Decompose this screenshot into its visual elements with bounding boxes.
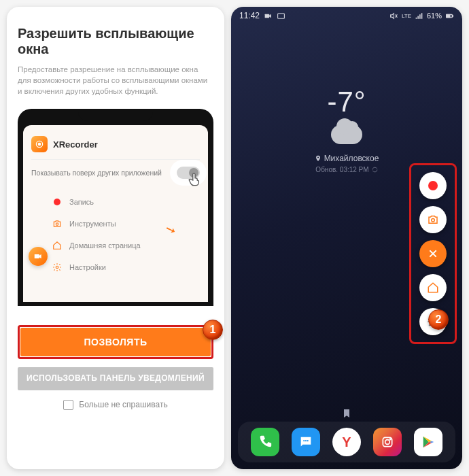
illustration-menu: ➘ Запись Инструменты Домашняя страница <box>31 191 200 278</box>
dialog-description: Предоставьте разрешение на всплывающие о… <box>18 64 213 97</box>
illustration-device: XRecorder Показывать поверх других прило… <box>18 109 213 306</box>
menu-item-home: Домашняя страница <box>31 235 200 256</box>
dont-ask-row[interactable]: Больше не спрашивать <box>18 400 213 410</box>
menu-label-record: Запись <box>69 198 94 206</box>
overlay-permission-label: Показывать поверх других приложений <box>31 169 162 177</box>
record-dot-icon <box>428 181 438 190</box>
pointing-hand-icon <box>186 171 204 188</box>
dock-instagram-app[interactable] <box>373 428 402 456</box>
xrecorder-app-icon <box>31 136 48 152</box>
battery-icon <box>445 12 454 20</box>
cast-indicator-icon <box>277 12 285 20</box>
location-name: Михайловское <box>324 154 379 163</box>
svg-point-1 <box>38 143 41 146</box>
dialog-title: Разрешить всплывающие окна <box>18 26 213 57</box>
video-indicator-icon <box>264 12 273 20</box>
battery-percent: 61% <box>427 12 442 20</box>
menu-label-tools: Инструменты <box>69 220 116 228</box>
signal-icon <box>415 12 423 20</box>
dock-yandex-app[interactable]: Y <box>332 428 361 456</box>
refresh-icon <box>372 167 378 173</box>
network-type-label: LTE <box>402 13 411 19</box>
home-screen: 11:42 LTE 61% -7° Михайловское Обнов. 03… <box>231 7 462 469</box>
dock-messages-app[interactable] <box>292 428 320 456</box>
temperature-value: -7° <box>231 86 462 118</box>
dont-ask-checkbox[interactable] <box>63 400 73 410</box>
svg-point-12 <box>305 440 307 441</box>
screenshot-button[interactable] <box>419 206 447 233</box>
svg-rect-8 <box>452 15 453 16</box>
svg-point-11 <box>303 440 305 441</box>
svg-rect-4 <box>265 14 270 17</box>
status-time: 11:42 <box>239 11 260 20</box>
record-button[interactable] <box>419 172 447 199</box>
toolbar-home-button[interactable] <box>419 274 447 301</box>
svg-point-2 <box>56 223 58 226</box>
use-notification-panel-button[interactable]: ИСПОЛЬЗОВАТЬ ПАНЕЛЬ УВЕДОМЛЕНИЙ <box>18 367 213 390</box>
close-toolbar-button[interactable] <box>419 240 447 267</box>
svg-point-13 <box>307 440 309 441</box>
svg-point-9 <box>432 219 435 222</box>
gear-icon <box>52 262 63 273</box>
location-pin-icon <box>315 155 322 162</box>
step-badge-1: 1 <box>203 320 223 340</box>
app-dock: Y <box>238 422 455 462</box>
dock-phone-app[interactable] <box>251 428 279 456</box>
android-nav-bar <box>231 407 462 420</box>
cloud-icon <box>331 125 362 144</box>
svg-rect-5 <box>278 13 285 18</box>
app-name-label: XRecorder <box>53 139 98 150</box>
svg-point-16 <box>389 439 391 440</box>
menu-item-settings: Настройки <box>31 256 200 278</box>
dock-play-store-app[interactable] <box>414 428 442 456</box>
camera-icon <box>52 218 63 229</box>
close-icon <box>428 248 438 259</box>
mute-icon <box>389 12 398 20</box>
menu-label-home: Домашняя страница <box>69 241 141 250</box>
permission-dialog-screen: Разрешить всплывающие окна Предоставьте … <box>7 7 224 469</box>
overlay-permission-row: Показывать поверх других приложений <box>31 160 200 186</box>
step-badge-2: 2 <box>428 309 449 330</box>
svg-point-15 <box>385 440 390 445</box>
home-icon <box>52 240 63 251</box>
allow-button[interactable]: ПОЗВОЛЯТЬ <box>20 328 211 356</box>
dont-ask-label: Больше не спрашивать <box>79 400 167 409</box>
status-bar: 11:42 LTE 61% <box>231 7 462 24</box>
allow-button-highlight: ПОЗВОЛЯТЬ <box>18 325 213 359</box>
weather-widget[interactable]: -7° Михайловское Обнов. 03:12 PM <box>231 86 462 173</box>
nav-bookmark-button[interactable] <box>340 407 353 420</box>
app-header-row: XRecorder <box>31 132 200 160</box>
updated-label: Обнов. 03:12 PM <box>315 166 368 173</box>
menu-label-settings: Настройки <box>69 263 106 271</box>
svg-rect-7 <box>447 14 450 17</box>
menu-item-record: Запись <box>31 191 200 213</box>
record-dot-icon <box>52 197 63 207</box>
svg-point-3 <box>56 267 58 269</box>
